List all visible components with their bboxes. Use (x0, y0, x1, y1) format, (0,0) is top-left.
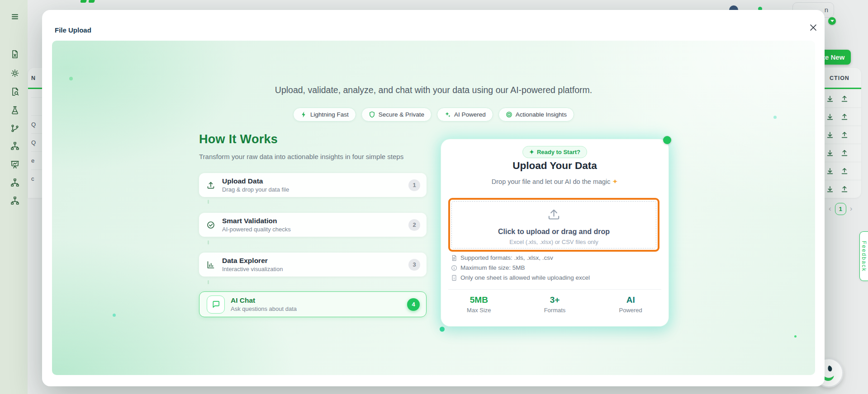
upload-icon[interactable] (840, 131, 849, 139)
dropzone-cta: Click to upload or drag and drop (452, 228, 656, 236)
step-title: Upload Data (222, 177, 289, 185)
dropzone-hint: Excel (.xls, .xlsx) or CSV files only (452, 239, 656, 245)
upload-icon[interactable] (840, 167, 849, 175)
step-number-badge: 2 (408, 219, 420, 231)
upload-icon[interactable] (840, 95, 849, 103)
step-number-badge: 4 (407, 298, 420, 311)
sitemap-icon[interactable] (10, 141, 19, 150)
upload-icon (206, 181, 215, 190)
step-number-badge: 1 (408, 179, 420, 191)
download-icon[interactable] (826, 149, 834, 157)
menu-icon[interactable] (10, 12, 19, 21)
git-branch-icon[interactable] (10, 124, 19, 133)
upload-card-title: Upload Your Data (441, 160, 669, 172)
file-search-icon[interactable] (10, 87, 19, 96)
pagination-page-1[interactable]: 1 (835, 203, 846, 215)
upload-icon[interactable] (840, 149, 849, 157)
how-it-works-title: How It Works (199, 132, 278, 146)
step-desc: Interactive visualization (222, 266, 283, 272)
step-number-badge: 3 (408, 259, 420, 271)
target-icon (506, 111, 512, 118)
step-connector (208, 280, 209, 284)
how-it-works-subtitle: Transform your raw data into actionable … (199, 153, 403, 160)
download-icon[interactable] (826, 131, 834, 139)
upload-icon[interactable] (840, 185, 849, 193)
app-screen: N Q Q e c n Create New CTION (0, 0, 868, 394)
upload-icon (452, 207, 656, 222)
upload-notes: Supported formats: .xls, .xlsx, .csv Max… (451, 254, 590, 281)
chevron-down-icon[interactable] (828, 17, 836, 25)
note-one-sheet: Only one sheet is allowed while uploadin… (451, 274, 590, 281)
pagination: ‹ 1 › (829, 202, 852, 215)
sitemap-icon[interactable] (10, 178, 19, 187)
step-smart-validation: Smart Validation AI-powered quality chec… (199, 213, 427, 237)
badge-secure-private: Secure & Private (361, 108, 432, 122)
upload-card: ✦ Ready to Start? Upload Your Data Drop … (441, 139, 669, 326)
upload-stats: 5MB Max Size 3+ Formats AI Powered (441, 295, 669, 314)
decorative-dot (794, 335, 797, 338)
file-text-icon (451, 255, 457, 261)
hero-headline: Upload, validate, analyze, and chat with… (52, 85, 815, 95)
ready-to-start-badge: ✦ Ready to Start? (441, 146, 669, 158)
divider (448, 289, 661, 290)
sitemap-icon[interactable] (10, 196, 19, 205)
badge-lightning-fast: Lightning Fast (293, 108, 356, 122)
sparkle-icon: ✦ (612, 178, 618, 185)
step-connector (208, 200, 209, 204)
chat-icon (207, 296, 225, 314)
download-icon[interactable] (826, 167, 834, 175)
stat-ai-powered: AI Powered (593, 295, 669, 314)
sheet-icon (451, 275, 457, 281)
check-circle-icon (206, 220, 215, 230)
stat-formats: 3+ Formats (517, 295, 593, 314)
step-upload-data: Upload Data Drag & drop your data file 1 (199, 173, 427, 197)
decorative-dot (113, 314, 116, 317)
badge-actionable-insights: Actionable Insights (498, 108, 574, 122)
presentation-chart-icon[interactable] (10, 160, 19, 169)
flask-icon[interactable] (10, 106, 19, 115)
feedback-tab[interactable]: Feedback (859, 231, 868, 281)
decorative-dot (440, 327, 445, 332)
sidebar (0, 0, 28, 394)
table-header-name: N (31, 75, 36, 81)
download-icon[interactable] (826, 113, 834, 121)
app-logo-fragment (80, 0, 98, 3)
note-max-size: Maximum file size: 5MB (451, 264, 590, 271)
upload-icon[interactable] (840, 113, 849, 121)
decorative-dot (69, 77, 73, 80)
settings-gear-icon[interactable] (10, 69, 19, 78)
info-icon (451, 265, 457, 271)
ready-label: Ready to Start? (537, 149, 580, 155)
step-data-explorer: Data Explorer Interactive visualization … (199, 253, 427, 277)
sign-in-label: n (825, 6, 828, 14)
pagination-next[interactable]: › (850, 202, 853, 215)
step-desc: Drag & drop your data file (222, 186, 289, 193)
decorative-dot (663, 136, 671, 144)
lightning-icon (300, 111, 307, 118)
feature-badges: Lightning Fast Secure & Private AI Power… (52, 108, 815, 122)
step-connector (208, 240, 209, 244)
bar-chart-icon (206, 260, 215, 269)
stat-max-size: 5MB Max Size (441, 295, 517, 314)
sparkles-icon (444, 111, 451, 118)
step-desc: AI-powered quality checks (222, 226, 291, 233)
badge-ai-powered: AI Powered (437, 108, 493, 122)
step-title: Smart Validation (222, 217, 291, 225)
table-header-action: CTION (830, 75, 849, 81)
file-dropzone[interactable]: Click to upload or drag and drop Excel (… (448, 198, 659, 252)
download-icon[interactable] (826, 95, 834, 103)
close-icon[interactable] (807, 22, 819, 33)
step-title: AI Chat (231, 296, 297, 305)
modal-hero-area: Upload, validate, analyze, and chat with… (52, 41, 815, 375)
dropzone-dashed-border: Click to upload or drag and drop Excel (… (451, 201, 656, 249)
file-upload-modal: File Upload Upload, validate, analyze, a… (42, 10, 825, 386)
step-ai-chat: AI Chat Ask questions about data 4 (199, 291, 427, 317)
step-desc: Ask questions about data (231, 305, 297, 312)
shield-icon (369, 111, 375, 118)
modal-title: File Upload (55, 26, 91, 34)
sparkle-icon: ✦ (529, 149, 534, 155)
spreadsheet-file-icon[interactable] (10, 50, 19, 59)
pagination-prev[interactable]: ‹ (829, 202, 831, 215)
download-icon[interactable] (826, 185, 834, 193)
step-title: Data Explorer (222, 257, 283, 265)
